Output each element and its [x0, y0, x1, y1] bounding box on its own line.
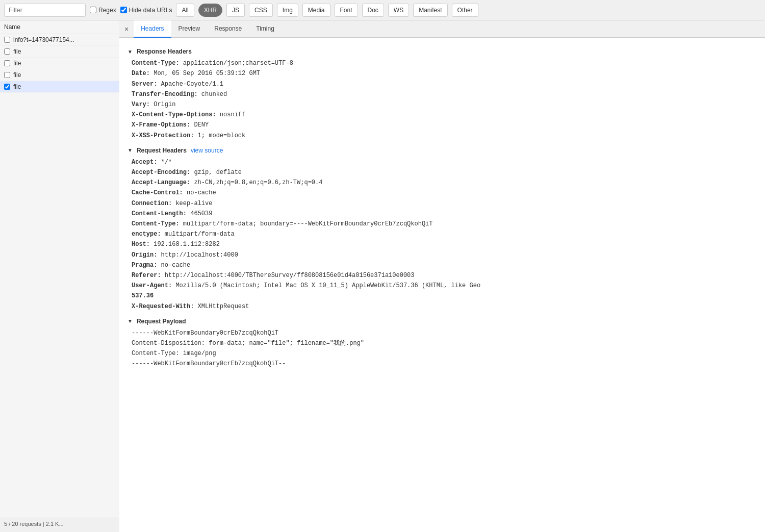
header-key: Content-Type: [132, 220, 180, 227]
header-value: */* [157, 159, 172, 166]
header-value: no-cache [157, 262, 190, 269]
font-filter-btn[interactable]: Font [335, 4, 358, 17]
header-value: keep-alive [172, 200, 212, 207]
payload-line: Content-Disposition: form-data; name="fi… [128, 339, 757, 348]
regex-checkbox-label[interactable]: Regex [90, 7, 116, 14]
request-headers-triangle: ▼ [128, 146, 133, 155]
other-filter-btn[interactable]: Other [452, 4, 478, 17]
header-value: chunked [198, 91, 227, 98]
request-header-line: Accept: */* [128, 158, 757, 167]
request-header-line: Accept-Language: zh-CN,zh;q=0.8,en;q=0.6… [128, 178, 757, 188]
header-key: Transfer-Encoding: [132, 91, 198, 98]
header-key: Vary: [132, 101, 150, 108]
doc-filter-btn[interactable]: Doc [362, 4, 384, 17]
request-payload-triangle: ▼ [128, 317, 133, 325]
filter-input[interactable] [4, 4, 86, 17]
request-header-line: Cache-Control: no-cache [128, 188, 757, 198]
request-header-line: Connection: keep-alive [128, 199, 757, 209]
manifest-filter-btn[interactable]: Manifest [413, 4, 447, 17]
response-headers-section: ▼ Response Headers [128, 47, 757, 57]
hide-data-urls-text: Hide data URLs [129, 7, 172, 14]
header-key: X-Content-Type-Options: [132, 111, 216, 118]
ws-filter-btn[interactable]: WS [388, 4, 409, 17]
header-value: Mon, 05 Sep 2016 05:39:12 GMT [150, 70, 260, 77]
js-filter-btn[interactable]: JS [226, 4, 245, 17]
header-key: Cache-Control: [132, 189, 183, 196]
file-checkbox[interactable] [4, 72, 10, 78]
header-key: 537.36 [132, 292, 154, 299]
header-value: no-cache [183, 189, 216, 196]
tabs-bar: × HeadersPreviewResponseTiming [119, 20, 765, 38]
header-value: Mozilla/5.0 (Macintosh; Intel Mac OS X 1… [172, 282, 480, 289]
xhr-filter-btn[interactable]: XHR [198, 4, 222, 17]
payload-lines: ------WebKitFormBoundary0crEb7zcqQkohQiT… [128, 328, 757, 369]
header-key: Server: [132, 81, 157, 88]
header-key: Referer: [132, 272, 161, 279]
regex-checkbox[interactable] [90, 7, 96, 13]
hide-data-urls-checkbox[interactable] [120, 7, 127, 13]
request-header-line: Accept-Encoding: gzip, deflate [128, 168, 757, 178]
file-row[interactable]: file [0, 46, 119, 58]
file-row[interactable]: file [0, 69, 119, 81]
request-header-line: User-Agent: Mozilla/5.0 (Macintosh; Inte… [128, 281, 757, 291]
file-checkbox[interactable] [4, 84, 10, 90]
response-header-line: X-Content-Type-Options: nosniff [128, 110, 757, 120]
header-value: 1; mode=block [194, 132, 245, 139]
css-filter-btn[interactable]: CSS [249, 4, 273, 17]
file-list: info?t=14730477154...filefilefilefile [0, 34, 119, 518]
header-key: User-Agent: [132, 282, 172, 289]
file-row[interactable]: file [0, 58, 119, 69]
response-headers-list: Content-Type: application/json;charset=U… [128, 59, 757, 141]
header-key: Connection: [132, 200, 172, 207]
header-value: multipart/form-data [161, 231, 235, 238]
left-panel: Name info?t=14730477154...filefilefilefi… [0, 20, 119, 532]
response-headers-label: Response Headers [137, 47, 192, 57]
request-header-line: Content-Type: multipart/form-data; bound… [128, 219, 757, 229]
file-checkbox[interactable] [4, 37, 10, 43]
header-key: Content-Type: [132, 60, 180, 67]
tab-headers[interactable]: Headers [134, 20, 171, 38]
tab-timing[interactable]: Timing [249, 20, 282, 38]
hide-data-urls-label[interactable]: Hide data URLs [120, 7, 172, 14]
header-value: http://localhost:4000/TBThereSurvey/ff80… [161, 272, 415, 279]
header-key: Accept-Encoding: [132, 169, 190, 176]
toolbar: Regex Hide data URLs All XHR JS CSS Img … [0, 0, 765, 20]
file-name: file [13, 71, 21, 79]
status-bar: 5 / 20 requests | 2.1 K... [0, 518, 119, 532]
file-name: file [13, 83, 21, 90]
img-filter-btn[interactable]: Img [277, 4, 298, 17]
file-name: file [13, 48, 21, 55]
file-checkbox[interactable] [4, 48, 10, 55]
file-name: info?t=14730477154... [13, 36, 74, 43]
close-button[interactable]: × [121, 23, 132, 35]
header-value: XMLHttpRequest [194, 303, 249, 310]
tab-preview[interactable]: Preview [171, 20, 208, 38]
all-filter-btn[interactable]: All [176, 4, 194, 17]
header-key: Host: [132, 241, 150, 248]
header-key: X-XSS-Protection: [132, 132, 194, 139]
header-value: multipart/form-data; boundary=----WebKit… [180, 220, 433, 227]
tab-response[interactable]: Response [207, 20, 249, 38]
request-header-line: Origin: http://localhost:4000 [128, 250, 757, 260]
response-header-line: Vary: Origin [128, 100, 757, 110]
header-key: Content-Length: [132, 210, 187, 217]
file-checkbox[interactable] [4, 60, 10, 66]
regex-label: Regex [98, 7, 116, 14]
payload-line: ------WebKitFormBoundary0crEb7zcqQkohQiT [128, 328, 757, 338]
request-headers-label: Request Headers [137, 146, 187, 156]
response-header-line: Server: Apache-Coyote/1.1 [128, 80, 757, 89]
response-header-line: Transfer-Encoding: chunked [128, 90, 757, 99]
request-payload-section: ▼ Request Payload [128, 317, 757, 326]
request-headers-list: Accept: */*Accept-Encoding: gzip, deflat… [128, 158, 757, 312]
request-headers-section: ▼ Request Headers view source [128, 146, 757, 156]
response-header-line: Content-Type: application/json;charset=U… [128, 59, 757, 68]
view-source-link[interactable]: view source [191, 146, 223, 156]
payload-line: Content-Type: image/png [128, 349, 757, 359]
header-value: Apache-Coyote/1.1 [157, 81, 223, 88]
file-row[interactable]: info?t=14730477154... [0, 34, 119, 46]
file-row[interactable]: file [0, 81, 119, 93]
media-filter-btn[interactable]: Media [302, 4, 330, 17]
header-value: gzip, deflate [190, 169, 242, 176]
header-key: X-Requested-With: [132, 303, 194, 310]
payload-line: ------WebKitFormBoundary0crEb7zcqQkohQiT… [128, 359, 757, 369]
